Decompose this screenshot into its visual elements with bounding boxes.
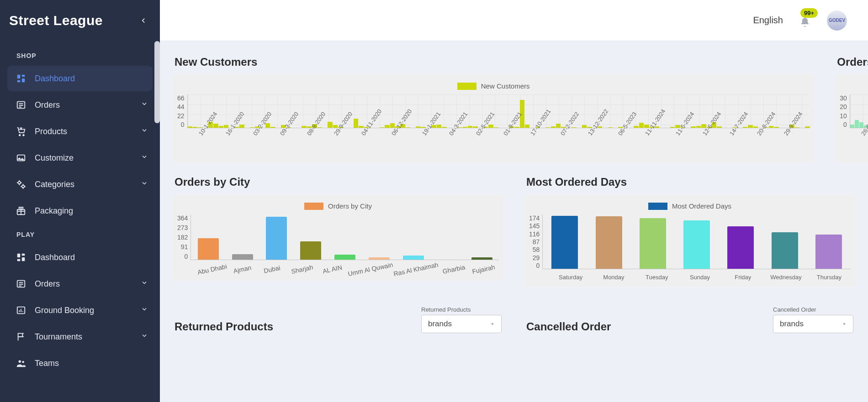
y-tick: 30: [840, 94, 847, 102]
chevron-down-icon: [141, 180, 148, 189]
sidebar-item-label: Orders: [35, 279, 60, 289]
svg-rect-1: [22, 75, 25, 77]
people-icon: [16, 358, 26, 369]
sidebar-item-label: Tournaments: [35, 332, 82, 342]
sidebar-item-dashboard[interactable]: Dashboard: [7, 245, 153, 270]
most-ordered-days-plot: [542, 214, 851, 269]
avatar[interactable]: GODEV: [827, 10, 847, 31]
y-tick: 29: [533, 254, 540, 261]
y-axis: 364273182910: [177, 214, 191, 260]
y-tick: 58: [533, 246, 540, 253]
bar: [198, 238, 219, 260]
orders-by-city-card: Orders by City 364273182910 Abu DhabiAjm…: [173, 195, 503, 281]
svg-rect-17: [22, 254, 25, 256]
cancelled-order-filter-label: Cancelled Order: [773, 306, 853, 313]
main: English 99+ GODEV New Customers New Cust…: [160, 0, 868, 402]
y-tick: 91: [181, 243, 188, 251]
y-axis: 3020100: [840, 94, 850, 128]
y-tick: 66: [177, 94, 185, 102]
y-tick: 87: [533, 238, 540, 245]
bar: [727, 226, 754, 269]
dashboard-icon: [16, 73, 26, 84]
gift-icon: [16, 205, 26, 216]
svg-point-12: [22, 185, 25, 188]
returned-products-title: Returned Products: [175, 320, 273, 333]
legend-label: Orders by City: [328, 202, 372, 210]
notifications-button[interactable]: 99+: [799, 13, 811, 28]
x-axis: 26-04-202405-05-202414-05-202423-05-2024…: [840, 128, 868, 157]
legend-label: New Customers: [481, 82, 530, 90]
legend-label: Most Ordered Days: [672, 202, 731, 210]
bar: [266, 217, 287, 260]
image-icon: [16, 152, 26, 163]
collapse-sidebar-button[interactable]: [138, 15, 149, 26]
x-tick: Sharjah: [287, 262, 318, 277]
orders-chart-title: Orders Chart: [835, 52, 868, 75]
sidebar-item-ground-booking[interactable]: Ground Booking: [7, 298, 153, 323]
y-tick: 44: [177, 103, 185, 110]
chevron-down-icon: [141, 153, 148, 163]
bar: [334, 255, 355, 260]
x-tick: Saturday: [549, 274, 592, 281]
list-icon: [16, 99, 26, 110]
orders-chart-card: Number of Orders 3020100 26-04-202405-05…: [835, 75, 868, 163]
sidebar-item-tournaments[interactable]: Tournaments: [7, 324, 153, 350]
y-tick: 174: [529, 214, 540, 222]
most-ordered-days-title: Most Ordered Days: [524, 172, 855, 195]
chart-icon: [16, 305, 26, 316]
chevron-down-icon: [141, 332, 148, 342]
svg-point-8: [19, 135, 21, 136]
cancelled-order-title: Cancelled Order: [526, 320, 611, 333]
x-tick: Gharbia: [438, 262, 469, 277]
caret-down-icon: [841, 321, 847, 327]
notification-badge: 99+: [800, 8, 818, 18]
sidebar-item-orders[interactable]: Orders: [7, 92, 153, 118]
scrollbar-thumb[interactable]: [154, 41, 160, 123]
new-customers-card: New Customers 6644220 10-1-202416-1-2020…: [173, 75, 814, 163]
language-selector[interactable]: English: [753, 15, 783, 26]
x-tick: Abu Dhabi: [197, 262, 228, 277]
sidebar-item-orders[interactable]: Orders: [7, 271, 153, 297]
bar: [640, 218, 666, 269]
sidebar-item-teams[interactable]: Teams: [7, 350, 153, 376]
sidebar-item-label: Orders: [35, 100, 60, 110]
x-tick: Ras Al Khaimah: [393, 261, 439, 279]
legend-swatch: [304, 203, 323, 210]
sidebar-item-label: Products: [35, 127, 67, 136]
x-tick: Sunday: [678, 274, 721, 281]
svg-point-11: [18, 182, 21, 184]
select-value: brands: [428, 319, 452, 329]
orders-chart-plot: [850, 94, 868, 128]
sidebar-scroll[interactable]: SHOPDashboardOrdersProductsCustomizeCate…: [0, 41, 160, 402]
sidebar-section-label: PLAY: [7, 224, 153, 245]
svg-point-30: [22, 361, 24, 363]
bar: [403, 256, 424, 260]
x-tick: Monday: [592, 274, 635, 281]
y-tick: 20: [840, 103, 847, 110]
chevron-down-icon: [141, 306, 148, 315]
sidebar-item-packaging[interactable]: Packaging: [7, 198, 153, 224]
chevron-down-icon: [141, 279, 148, 289]
flag-icon: [16, 331, 26, 342]
sidebar-header: Street League: [0, 0, 160, 41]
sidebar-item-products[interactable]: Products: [7, 119, 153, 144]
sidebar-item-label: Dashboard: [35, 74, 75, 84]
sidebar-section-label: SHOP: [7, 46, 153, 66]
y-tick: 145: [529, 222, 540, 230]
sidebar-item-categories[interactable]: Categories: [7, 172, 153, 197]
bar: [551, 216, 578, 269]
sidebar-item-dashboard[interactable]: Dashboard: [7, 66, 153, 91]
content-scroll[interactable]: New Customers New Customers 6644220 10-1…: [160, 41, 868, 402]
y-tick: 116: [529, 230, 540, 238]
bar: [683, 220, 710, 269]
returned-products-select[interactable]: brands: [421, 315, 502, 333]
y-tick: 0: [536, 262, 540, 269]
x-axis: Abu DhabiAjmanDubaiSharjahAL AINUmm Al Q…: [177, 260, 499, 275]
x-axis: SaturdayMondayTuesdaySundayFridayWednesd…: [529, 269, 851, 281]
x-tick: Wednesday: [764, 274, 807, 281]
sidebar-item-customize[interactable]: Customize: [7, 145, 153, 171]
svg-point-9: [23, 135, 24, 136]
x-axis: 10-1-202416-1-202003-2-202009-3-202008-8…: [177, 128, 810, 157]
cancelled-order-select[interactable]: brands: [773, 315, 853, 333]
y-axis: 1741451168758290: [529, 214, 542, 269]
